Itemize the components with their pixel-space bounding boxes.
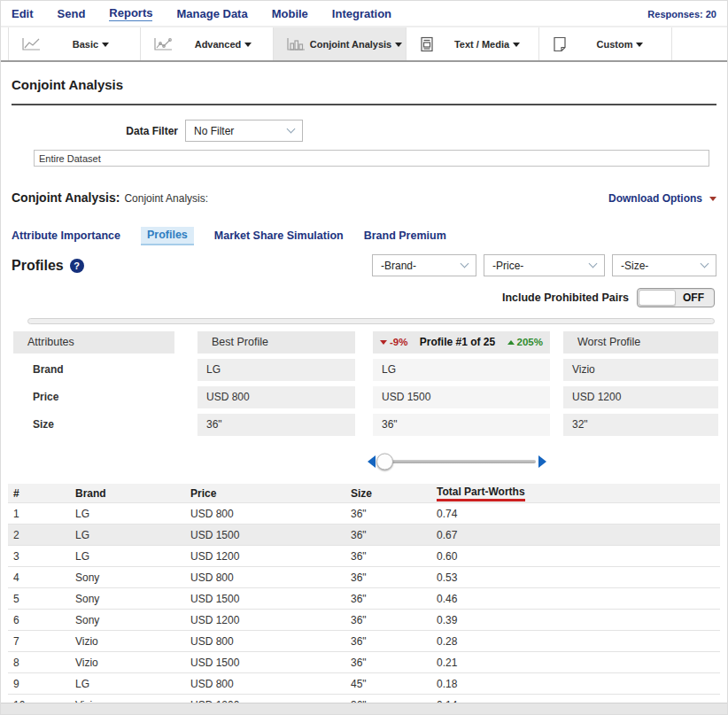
caret-down-icon bbox=[513, 43, 520, 47]
best-profile-header: Best Profile bbox=[197, 331, 355, 354]
prohibited-pairs-label: Include Prohibited Pairs bbox=[502, 291, 629, 304]
slider-track[interactable] bbox=[378, 460, 536, 463]
profile-slider[interactable] bbox=[368, 453, 546, 470]
worst-profile-column: Worst Profile Vizio USD 1200 32" bbox=[563, 331, 718, 441]
toggle-knob[interactable] bbox=[639, 290, 676, 306]
table-row-highlighted[interactable]: 2LGUSD 150036"0.67 bbox=[8, 524, 720, 545]
cell-num: 9 bbox=[8, 678, 70, 690]
table-row[interactable]: 8VizioUSD 150036"0.21 bbox=[8, 651, 720, 672]
current-profile-column: -9% Profile #1 of 25 205% LG USD 1500 36… bbox=[373, 331, 550, 441]
cell-num: 2 bbox=[8, 529, 70, 541]
price-filter-select[interactable]: -Price- bbox=[484, 254, 605, 276]
dataset-field[interactable]: Entire Dataset bbox=[34, 150, 709, 167]
slider-left-arrow-icon[interactable] bbox=[368, 455, 376, 468]
tab-attribute-importance[interactable]: Attribute Importance bbox=[12, 228, 120, 245]
brand-filter-value: -Brand- bbox=[381, 260, 416, 272]
attribute-label: Size bbox=[13, 414, 174, 436]
cell-price: USD 800 bbox=[185, 508, 345, 520]
tab-brand-premium[interactable]: Brand Premium bbox=[364, 228, 446, 245]
table-header-row: # Brand Price Size Total Part-Worths bbox=[8, 484, 720, 502]
basic-reports-button[interactable]: Basic bbox=[8, 27, 141, 60]
cell-size: 45" bbox=[345, 678, 431, 690]
help-icon[interactable] bbox=[70, 259, 84, 273]
nav-item-mobile[interactable]: Mobile bbox=[272, 7, 308, 20]
table-row[interactable]: 4SonyUSD 80036"0.53 bbox=[8, 566, 720, 587]
custom-page-icon bbox=[551, 36, 569, 52]
current-profile-brand: LG bbox=[373, 359, 550, 381]
brand-filter-select[interactable]: -Brand- bbox=[372, 254, 476, 276]
cell-brand: Sony bbox=[70, 571, 185, 584]
advanced-button-label: Advanced bbox=[195, 39, 242, 50]
text-media-button[interactable]: Text / Media bbox=[407, 27, 539, 60]
cell-brand: LG bbox=[70, 550, 185, 563]
responses-count: Responses: 20 bbox=[647, 9, 716, 19]
cell-brand: Sony bbox=[70, 593, 185, 605]
cell-total: 0.21 bbox=[431, 657, 720, 669]
current-profile-size: 36" bbox=[373, 414, 550, 436]
cell-num: 7 bbox=[8, 635, 70, 648]
prohibited-pairs-toggle[interactable]: OFF bbox=[637, 288, 715, 307]
best-profile-price: USD 800 bbox=[197, 386, 355, 408]
size-filter-select[interactable]: -Size- bbox=[612, 254, 716, 276]
cell-brand: LG bbox=[70, 508, 185, 520]
cell-price: USD 800 bbox=[185, 678, 345, 690]
scatter-chart-icon bbox=[152, 36, 174, 52]
delta-up-value: 205% bbox=[517, 331, 543, 354]
nav-item-integration[interactable]: Integration bbox=[332, 7, 391, 20]
best-profile-size: 36" bbox=[197, 414, 355, 436]
worst-profile-size: 32" bbox=[563, 414, 718, 436]
top-nav: Edit Send Reports Manage Data Mobile Int… bbox=[1, 1, 727, 27]
table-row[interactable]: 7VizioUSD 80036"0.28 bbox=[8, 630, 720, 651]
caret-down-icon bbox=[395, 43, 402, 47]
cell-size: 36" bbox=[345, 550, 431, 563]
data-filter-select[interactable]: No Filter bbox=[185, 120, 303, 142]
toggle-state-label: OFF bbox=[683, 289, 704, 307]
col-header-price[interactable]: Price bbox=[185, 487, 345, 500]
cell-price: USD 800 bbox=[185, 635, 345, 648]
horizontal-scrollbar[interactable] bbox=[27, 318, 715, 324]
table-row[interactable]: 5SonyUSD 150036"0.46 bbox=[8, 587, 720, 609]
cell-brand: Sony bbox=[70, 614, 185, 626]
slider-handle[interactable] bbox=[376, 454, 393, 470]
advanced-reports-button[interactable]: Advanced bbox=[141, 27, 274, 60]
line-chart-icon bbox=[20, 36, 42, 52]
current-profile-header: -9% Profile #1 of 25 205% bbox=[373, 331, 550, 354]
col-header-brand[interactable]: Brand bbox=[70, 487, 185, 500]
nav-item-send[interactable]: Send bbox=[58, 7, 86, 20]
cell-size: 36" bbox=[345, 635, 431, 648]
table-row[interactable]: 3LGUSD 120036"0.60 bbox=[8, 545, 720, 566]
size-filter-value: -Size- bbox=[621, 260, 648, 272]
data-filter-label: Data Filter bbox=[1, 125, 178, 137]
profiles-header-row: Profiles -Brand- -Price- -Size- bbox=[12, 254, 716, 276]
col-header-total-part-worths[interactable]: Total Part-Worths bbox=[437, 486, 525, 501]
nav-item-manage-data[interactable]: Manage Data bbox=[176, 7, 247, 20]
cell-brand: LG bbox=[70, 529, 185, 541]
prohibited-pairs-row: Include Prohibited Pairs OFF bbox=[13, 288, 715, 307]
report-toolbar: Basic Advanced Conjoint Analysis Text / … bbox=[1, 27, 727, 62]
download-options-button[interactable]: Download Options bbox=[608, 192, 716, 205]
table-row[interactable]: 6SonyUSD 120036"0.39 bbox=[8, 609, 720, 630]
table-row[interactable]: 1LGUSD 80036"0.74 bbox=[8, 502, 720, 524]
caret-down-icon bbox=[636, 43, 643, 47]
conjoint-analysis-button[interactable]: Conjoint Analysis bbox=[274, 27, 407, 60]
col-header-num[interactable]: # bbox=[8, 487, 70, 500]
cell-total: 0.18 bbox=[431, 678, 720, 690]
tab-market-share-simulation[interactable]: Market Share Simulation bbox=[214, 228, 344, 245]
data-filter-row: Data Filter No Filter bbox=[1, 120, 727, 142]
cell-total: 0.74 bbox=[431, 508, 720, 520]
col-header-size[interactable]: Size bbox=[345, 487, 431, 500]
chevron-down-icon bbox=[287, 125, 296, 134]
custom-reports-button[interactable]: Custom bbox=[539, 27, 672, 60]
cell-price: USD 800 bbox=[185, 571, 345, 584]
text-media-button-label: Text / Media bbox=[454, 39, 509, 50]
nav-item-edit[interactable]: Edit bbox=[12, 7, 34, 20]
cell-price: USD 1200 bbox=[185, 550, 345, 563]
nav-item-reports[interactable]: Reports bbox=[109, 6, 152, 21]
slider-right-arrow-icon[interactable] bbox=[538, 455, 546, 468]
cell-size: 36" bbox=[345, 508, 431, 520]
worst-profile-header: Worst Profile bbox=[563, 331, 718, 354]
table-row[interactable]: 9LGUSD 80045"0.18 bbox=[8, 672, 720, 694]
cell-size: 36" bbox=[345, 593, 431, 605]
report-title: Conjoint Analysis: bbox=[12, 190, 120, 205]
tab-profiles[interactable]: Profiles bbox=[141, 227, 194, 245]
